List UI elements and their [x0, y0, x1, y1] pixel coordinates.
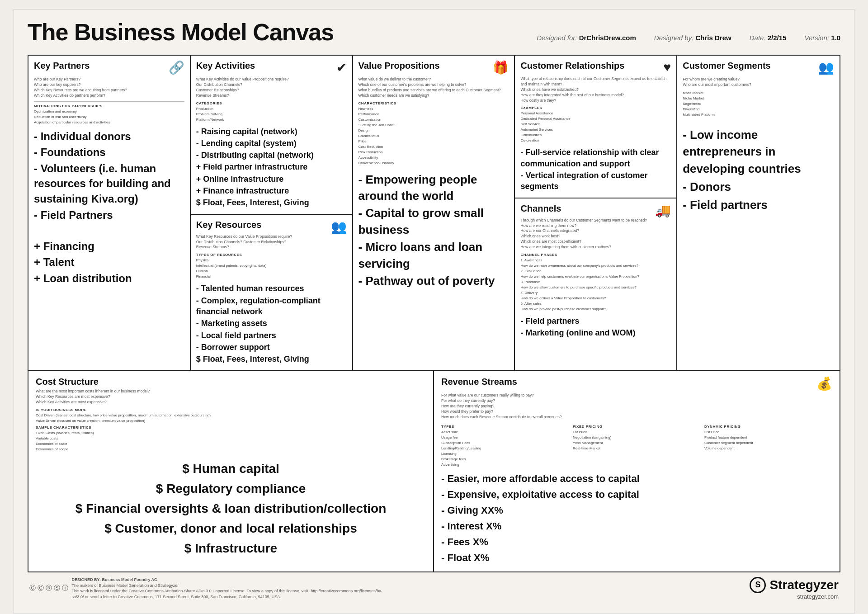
customer-segments-cell: Customer Segments 👥 For whom are we crea…: [677, 56, 840, 370]
rs-dynamic: List PriceProduct feature dependentCusto…: [704, 430, 832, 451]
date: Date: 2/2/15: [750, 34, 787, 42]
brand-url: strategyzer.com: [797, 593, 839, 600]
cr-main: - Full-service relationship with clear c…: [520, 147, 671, 192]
channels-questions: Through which Channels do our Customer S…: [520, 218, 671, 250]
revenue-streams-main: - Easier, more affordable access to capi…: [441, 471, 832, 565]
key-resources-types-heading: TYPES OF RESOURCES: [196, 253, 347, 257]
key-partners-icon: 🔗: [169, 60, 184, 75]
rs-dynamic-heading: DYNAMIC PRICING: [704, 425, 832, 429]
brand-circle-icon: S: [750, 577, 766, 593]
customer-segments-icon: 👥: [818, 60, 834, 75]
version: Version: 1.0: [804, 34, 840, 42]
value-propositions-icon: 🎁: [493, 60, 509, 75]
cr-questions: What type of relationship does each of o…: [520, 76, 671, 103]
header-meta: Designed for: DrChrisDrew.com Designed b…: [537, 34, 840, 42]
cost-structure-cell: Cost Structure What are the most importa…: [28, 371, 434, 571]
cost-structure-title: Cost Structure: [36, 376, 99, 387]
revenue-streams-icon: 💰: [816, 376, 832, 391]
key-activities-icon: ✔: [336, 60, 347, 75]
cost-sample: Fixed Costs (salaries, rents, utilities)…: [36, 430, 426, 452]
channels-title: Channels: [520, 203, 561, 214]
cr-examples: Personal AssistanceDedicated Personal As…: [520, 111, 671, 143]
value-propositions-title: Value Propositions: [359, 60, 440, 71]
key-resources-questions: What Key Resources do our Value Proposit…: [196, 234, 347, 250]
revenue-streams-cell: Revenue Streams 💰 For what value are our…: [434, 371, 840, 571]
cs-types: Mass MarketNiche MarketSegmentedDiversif…: [683, 90, 834, 118]
cost-is-business: Cost Driven (leanest cost structure, low…: [36, 413, 426, 424]
channels-main: - Field partners - Marketing (online and…: [520, 316, 671, 339]
footer-left: Ⓒ Ⓒ Ⓡ Ⓢ ⓘ DESIGNED BY: Business Model Fo…: [29, 577, 388, 600]
key-activities-main: - Raising capital (network) - Lending ca…: [196, 126, 347, 208]
key-activities-questions: What Key Activities do our Value Proposi…: [196, 77, 347, 99]
key-activities-categories: ProductionProblem SolvingPlatform/Networ…: [196, 106, 347, 123]
vp-characteristics: NewnessPerformanceCustomization"Getting …: [359, 106, 509, 166]
key-resources-icon: 👥: [331, 219, 347, 234]
customer-segments-main: - Low income entrepreneurs in developing…: [683, 127, 834, 213]
header: The Business Model Canvas Designed for: …: [28, 19, 840, 49]
brand-name: Strategyzer: [769, 578, 839, 592]
key-partners-motivations-heading: MOTIVATIONS FOR PARTNERSHIPS: [34, 104, 184, 108]
page-wrapper: The Business Model Canvas Designed for: …: [14, 9, 854, 614]
key-partners-title: Key Partners: [34, 60, 90, 71]
customer-relationships-icon: ♥: [664, 60, 671, 75]
key-activities-section: Key Activities ✔ What Key Activities do …: [191, 56, 352, 215]
key-resources-section: Key Resources 👥 What Key Resources do ou…: [191, 215, 352, 370]
key-activities-categories-heading: CATEGORIES: [196, 101, 347, 105]
footer-text: DESIGNED BY: Business Model Foundry AG T…: [72, 577, 388, 600]
cost-is-business-heading: IS YOUR BUSINESS MORE: [36, 408, 426, 412]
canvas: Key Partners 🔗 Who are our Key Partners?…: [28, 55, 840, 572]
rs-fixed-heading: FIXED PRICING: [573, 425, 701, 429]
customer-relationships-title: Customer Relationships: [520, 60, 624, 71]
channels-phases: 1. AwarenessHow do we raise awareness ab…: [520, 258, 671, 312]
vp-characteristics-heading: CHARACTERISTICS: [359, 101, 509, 105]
cr-examples-heading: EXAMPLES: [520, 106, 671, 110]
key-resources-main: - Talented human resources - Complex, re…: [196, 283, 347, 364]
channels-phases-heading: CHANNEL PHASES: [520, 253, 671, 257]
rs-fixed: Lot PriceNegotiation (bargaining)Yield M…: [573, 430, 701, 451]
canvas-bottom: Cost Structure What are the most importa…: [28, 371, 840, 571]
key-partners-cell: Key Partners 🔗 Who are our Key Partners?…: [28, 56, 191, 370]
footer: Ⓒ Ⓒ Ⓡ Ⓢ ⓘ DESIGNED BY: Business Model Fo…: [28, 577, 840, 600]
designed-for: Designed for: DrChrisDrew.com: [537, 34, 636, 42]
cost-structure-questions: What are the most important costs inhere…: [36, 389, 426, 405]
value-propositions-cell: Value Propositions 🎁 What value do we de…: [353, 56, 515, 370]
value-propositions-questions: What value do we deliver to the customer…: [359, 77, 509, 99]
key-partners-questions: Who are our Key Partners?Who are our key…: [34, 77, 184, 99]
cs-questions: For whom are we creating value?Who are o…: [683, 77, 834, 88]
key-partners-main: - Individual donors - Foundations - Volu…: [34, 129, 184, 286]
cc-icons: Ⓒ Ⓒ Ⓡ Ⓢ ⓘ: [29, 584, 68, 592]
brand-logo: S Strategyzer: [750, 577, 839, 593]
footer-brand: S Strategyzer strategyzer.com: [750, 577, 839, 600]
customer-relationships-section: Customer Relationships ♥ What type of re…: [515, 56, 676, 198]
key-resources-title: Key Resources: [196, 219, 262, 230]
cr-channels-col: Customer Relationships ♥ What type of re…: [515, 56, 677, 370]
revenue-streams-title: Revenue Streams: [441, 376, 517, 387]
rs-types: Asset saleUsage feeSubscription FeesLend…: [441, 430, 569, 468]
key-resources-types: PhysicalIntellectual (brand patents, cop…: [196, 258, 347, 279]
channels-section: Channels 🚚 Through which Channels do our…: [515, 198, 676, 370]
designed-by: Designed by: Chris Drew: [654, 34, 731, 42]
value-propositions-main: - Empowering people around the world - C…: [359, 171, 509, 289]
channels-icon: 🚚: [655, 203, 671, 218]
cost-sample-heading: SAMPLE CHARACTERISTICS: [36, 425, 426, 430]
page-title: The Business Model Canvas: [28, 19, 334, 46]
customer-segments-title: Customer Segments: [683, 60, 771, 71]
activities-resources-col: Key Activities ✔ What Key Activities do …: [191, 56, 353, 370]
rs-types-heading: TYPES: [441, 425, 569, 429]
key-partners-motivations: Optimization and economyReduction of ris…: [34, 109, 184, 125]
rs-questions: For what value are our customers really …: [441, 393, 832, 420]
cost-structure-main: $ Human capital $ Regulatory compliance …: [36, 459, 426, 558]
key-activities-title: Key Activities: [196, 60, 255, 71]
